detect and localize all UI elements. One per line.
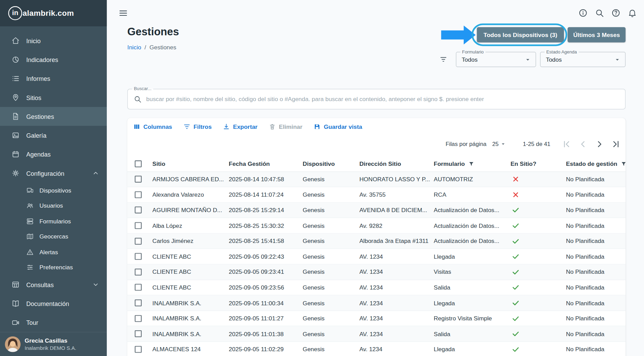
download-icon [223,123,230,131]
last-page-icon[interactable] [611,139,621,149]
select-all-checkbox[interactable] [135,160,142,167]
row-checkbox[interactable] [135,299,142,306]
column-header-formulario[interactable]: Formulario [434,160,511,167]
table-row[interactable]: Alba López 2025-08-25 15:30:32 Genesis A… [127,218,626,233]
row-checkbox[interactable] [135,207,142,213]
rows-per-page-select[interactable]: 25 [492,141,507,147]
row-checkbox[interactable] [135,237,142,244]
all-devices-button[interactable]: Todos los Dispositivos (3) [477,27,564,42]
search-icon[interactable] [595,8,604,18]
sidebar-item-label: Inicio [26,37,41,44]
gear-icon [12,169,20,177]
help-icon[interactable] [611,8,621,18]
sidebar-item-alertas[interactable]: Alertas [0,244,107,260]
cell-en-sitio [511,175,566,183]
sidebar-item-geocercas[interactable]: Geocercas [0,229,107,244]
row-checkbox[interactable] [135,253,142,260]
cell-direccion-sitio: Av. 35755 [359,192,434,198]
row-checkbox[interactable] [135,222,142,229]
row-checkbox[interactable] [135,269,142,275]
sidebar-item-informes[interactable]: Informes [0,69,107,88]
column-header-dispositivo[interactable]: Dispositivo [303,160,360,167]
sidebar-item-inicio[interactable]: Inicio [0,31,107,50]
save-view-button[interactable]: Guardar vista [311,121,365,132]
table-row[interactable]: Carlos Jiménez 2025-08-25 15:41:58 Genes… [127,234,626,249]
sidebar-item-sitios[interactable]: Sitios [0,88,107,107]
last-3-months-button[interactable]: Últimos 3 Meses [568,27,626,42]
cell-fecha-gestion: 2025-08-25 15:29:14 [229,207,303,213]
sidebar-item-tour[interactable]: Tour [0,313,107,332]
column-header-sitio[interactable]: Sitio [152,160,229,167]
filter-funnel-icon[interactable] [468,161,474,167]
filters-button[interactable]: Filtros [181,121,214,132]
row-checkbox[interactable] [135,330,142,337]
cell-formulario: RCA [434,192,511,198]
info-icon[interactable] [578,8,588,18]
formulario-select-label: Formulario [461,49,486,55]
column-header-en-sitio[interactable]: En Sitio? [511,160,566,167]
notifications-bell-icon[interactable] [628,8,637,18]
table-row[interactable]: CLIENTE ABC 2025-09-05 09:22:43 Genesis … [127,249,626,265]
search-input[interactable] [146,96,619,102]
user-profile[interactable]: Grecia Casillas Inalambrik DEMO S.A. [0,332,107,356]
sidebar-item-configuracion[interactable]: Configuración [0,164,107,183]
breadcrumb-separator: / [144,44,146,50]
table-row[interactable]: INALAMBRIK S.A. 2025-09-05 11:01:38 Gene… [127,326,626,342]
row-checkbox[interactable] [135,346,142,353]
next-page-icon[interactable] [595,139,604,149]
column-header-fecha-gestion[interactable]: Fecha Gestión [229,160,303,167]
columns-button[interactable]: Columnas [131,121,175,132]
brand-logo[interactable]: in alambrik.com [0,0,107,26]
image-icon [12,131,20,139]
sidebar-item-consultas[interactable]: Consultas [0,275,107,294]
table-row[interactable]: Alexandra Valarezo 2025-08-14 11:07:24 G… [127,187,626,202]
main-area: Gestiones Inicio / Gestiones Todos los D… [107,0,644,356]
breadcrumb-home-link[interactable]: Inicio [127,44,141,50]
sidebar-item-formularios[interactable]: Formularios [0,213,107,229]
row-checkbox[interactable] [135,176,142,183]
cell-direccion-sitio: AV. 1234 [359,253,434,260]
table-row[interactable]: AGUIRRE MONTAÑO D... 2025-08-25 15:29:14… [127,202,626,218]
chevron-down-icon [614,56,621,63]
sliders-icon [26,264,34,271]
estado-agenda-select-value: Todos [546,56,614,63]
table-row[interactable]: INALAMBRIK S.A. 2025-09-05 11:00:34 Gene… [127,295,626,311]
table-row[interactable]: ALMACENES 124 2025-09-05 11:02:29 Genesi… [127,342,626,356]
sidebar-item-label: Geocercas [39,233,68,240]
filter-list-icon[interactable] [439,56,447,63]
row-checkbox[interactable] [135,315,142,322]
row-checkbox-cell [127,284,152,291]
cell-direccion-sitio: AV. 1234 [359,269,434,275]
estado-agenda-select[interactable]: Estado Agenda Todos [540,52,626,67]
sidebar-item-dispositivos[interactable]: Dispositivos [0,183,107,198]
formulario-select[interactable]: Formulario Todos [456,52,536,67]
table-row[interactable]: CLIENTE ABC 2025-09-05 09:23:41 Genesis … [127,265,626,280]
row-checkbox[interactable] [135,191,142,198]
table-row[interactable]: INALAMBRIK S.A. 2025-09-05 11:01:27 Gene… [127,311,626,326]
cell-direccion-sitio: Av. 1234 [359,346,434,353]
table-row[interactable]: CLIENTE ABC 2025-09-05 09:23:56 Genesis … [127,280,626,295]
sidebar-item-indicadores[interactable]: Indicadores [0,50,107,69]
table-icon [12,281,20,289]
trash-icon [269,123,276,131]
sidebar-item-gestiones[interactable]: Gestiones [0,107,107,126]
user-org: Inalambrik DEMO S.A. [25,345,76,352]
column-header-estado-gestion[interactable]: Estado de gestión [566,160,626,167]
sidebar-item-label: Sitios [26,94,41,101]
sidebar-item-galeria[interactable]: Galería [0,126,107,145]
menu-icon[interactable] [119,9,128,17]
save-icon [313,123,321,131]
sidebar-item-usuarios[interactable]: Usuarios [0,198,107,213]
export-button[interactable]: Exportar [220,121,260,132]
sidebar-item-agendas[interactable]: Agendas [0,145,107,164]
column-header-direccion-sitio[interactable]: Dirección Sitio [359,160,434,167]
filter-funnel-icon[interactable] [621,161,626,167]
cell-dispositivo: Genesis [303,284,360,291]
sidebar-item-documentacion[interactable]: Documentación [0,294,107,313]
cell-sitio: CLIENTE ABC [152,253,229,260]
table-row[interactable]: ARMIJOS CABRERA ED... 2025-08-14 10:47:5… [127,172,626,187]
row-checkbox[interactable] [135,284,142,291]
sidebar-item-preferencias[interactable]: Preferencias [0,260,107,275]
cell-sitio: ARMIJOS CABRERA ED... [152,176,229,182]
pagination: Filas por página 25 1-25 de 41 [446,137,621,151]
